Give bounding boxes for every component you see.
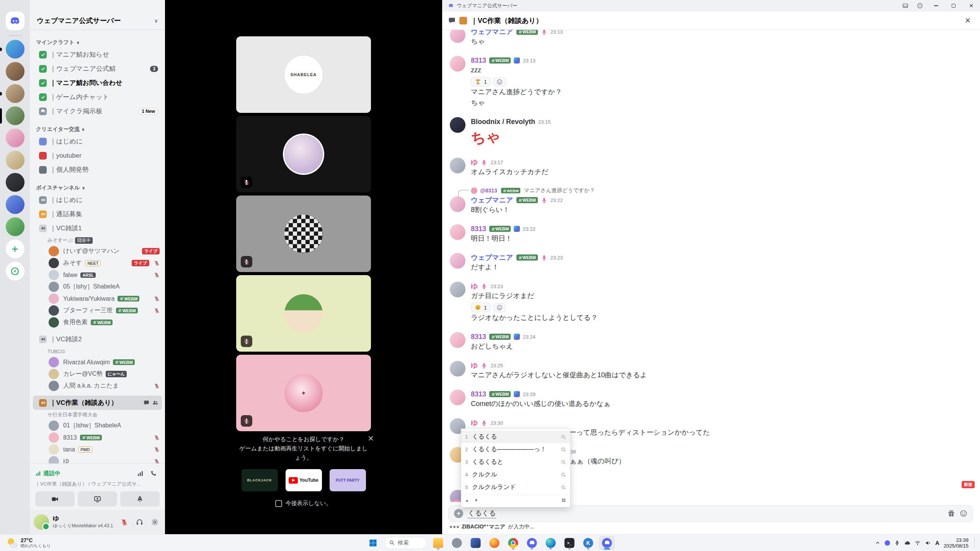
tray-volume-icon[interactable] xyxy=(925,540,931,546)
avatar[interactable] xyxy=(450,30,466,43)
explore-servers-button[interactable] xyxy=(0,262,30,280)
server-icon-5[interactable] xyxy=(0,129,30,147)
show-desktop-strip[interactable] xyxy=(974,538,975,548)
channel-official-server[interactable]: ｜ウェブマニア公式鯖 3 xyxy=(33,62,162,76)
server-icon-3[interactable] xyxy=(0,84,30,103)
avatar[interactable] xyxy=(450,117,466,133)
emoji-picker-icon[interactable] xyxy=(960,510,967,517)
avatar[interactable] xyxy=(450,390,466,405)
channel-ingame-chat[interactable]: ｜ゲーム内チャット xyxy=(33,90,162,104)
tray-network-icon[interactable] xyxy=(915,540,921,546)
voice-member[interactable]: tana PMD xyxy=(30,443,165,455)
channel-youtuber[interactable]: ｜youtuber xyxy=(33,148,162,163)
channel-creator-start[interactable]: ｜はじめに xyxy=(33,134,162,148)
reply-context[interactable]: @8313 ≋WEBM マニアさん進捗どうですか？ xyxy=(471,186,971,195)
server-icon-8[interactable] xyxy=(0,195,30,214)
username[interactable]: ウェブマニア xyxy=(471,30,513,36)
server-avatar[interactable] xyxy=(6,106,24,125)
taskbar-app-discord-focused[interactable] xyxy=(599,536,615,550)
window-maximize-button[interactable] xyxy=(945,0,962,11)
voice-channel-vc2[interactable]: ｜VC雑談2 xyxy=(33,332,162,346)
discord-home-button[interactable] xyxy=(0,11,30,30)
plus-icon[interactable] xyxy=(6,240,24,258)
discord-logo-icon[interactable] xyxy=(6,11,24,30)
avatar[interactable] xyxy=(450,282,466,297)
close-icon[interactable]: ✕ xyxy=(368,434,374,443)
input-composition-text[interactable]: くるくる xyxy=(468,509,496,518)
voice-member[interactable]: 01［lshw］ShabeleA xyxy=(30,420,165,432)
voice-channel-vc1[interactable]: ｜VC雑談1 xyxy=(33,221,162,235)
server-avatar[interactable] xyxy=(6,40,24,59)
compass-icon[interactable] xyxy=(6,262,24,280)
voice-member[interactable]: Yukiwara/Yukiwara ≋WEBM xyxy=(30,293,165,305)
voice-member[interactable]: カレー@VC勢 にゃ〜ん xyxy=(30,368,165,380)
server-avatar[interactable] xyxy=(6,195,24,214)
user-info[interactable]: ゆ ゆっくりMovieMaker v4.43.1.0をプ... xyxy=(53,515,114,529)
username[interactable]: ゆ xyxy=(471,361,478,370)
reaction-pill[interactable]: 1 xyxy=(471,77,491,86)
ime-candidate-3[interactable]: 3 くるくると xyxy=(461,456,570,468)
reply-username[interactable]: @8313 xyxy=(480,187,497,194)
voice-member[interactable]: 人間 a.k.a. カニたま xyxy=(30,380,165,392)
page-up-icon[interactable]: ▲ xyxy=(465,498,469,502)
participant-tile-1[interactable]: SHABELEA xyxy=(236,36,371,113)
taskbar-app-chrome[interactable] xyxy=(506,536,521,550)
checkbox[interactable] xyxy=(275,500,282,507)
taskbar-app-firefox[interactable] xyxy=(487,536,502,550)
category-minecraft[interactable]: マインクラフト∨ xyxy=(30,31,165,47)
deafen-button[interactable] xyxy=(133,515,146,528)
username[interactable]: ゆ xyxy=(471,418,478,427)
search-icon[interactable] xyxy=(561,485,566,490)
taskbar-app-kdenlive[interactable]: K xyxy=(581,536,596,550)
message-input[interactable]: + くるくる xyxy=(448,505,973,522)
members-icon[interactable] xyxy=(152,400,158,406)
dont-show-again-checkbox[interactable]: 今後表示しない。 xyxy=(222,500,385,507)
attach-plus-icon[interactable]: + xyxy=(454,509,463,518)
activity-card-blackjack[interactable]: BLACKJACK xyxy=(242,469,278,491)
voice-member[interactable]: falwe ARSL xyxy=(30,269,165,281)
server-icon-6[interactable] xyxy=(0,151,30,170)
help-icon[interactable] xyxy=(913,0,927,11)
voice-member[interactable]: 05［lshy］ShabeleA xyxy=(30,281,165,293)
server-header[interactable]: ウェブマニア公式サーバー ∨ xyxy=(30,0,165,30)
username[interactable]: 8313 xyxy=(471,57,486,65)
channel-inquiry[interactable]: ｜マニア鯖お問い合わせ xyxy=(33,76,162,90)
channel-minecraft-board[interactable]: ｜マイクラ掲示板 1 New xyxy=(33,104,162,118)
voice-channel-call-recruit[interactable]: ｜通話募集 xyxy=(33,207,162,221)
username[interactable]: ウェブマニア xyxy=(471,253,513,262)
tray-mic-icon[interactable] xyxy=(894,540,900,546)
page-down-icon[interactable]: ▼ xyxy=(474,498,478,502)
channel-indie-dev[interactable]: ｜個人開発勢 xyxy=(33,163,162,177)
server-icon-4-selected[interactable] xyxy=(0,106,30,125)
screen-share-button[interactable] xyxy=(78,491,117,507)
add-reaction-button[interactable] xyxy=(493,77,506,86)
voice-member[interactable]: けいず@サツマハン ライブ xyxy=(30,245,165,257)
username[interactable]: Bloodnix / Revolyth xyxy=(471,118,535,126)
gift-icon[interactable] xyxy=(947,510,955,517)
disconnect-call-icon[interactable] xyxy=(147,467,160,480)
server-avatar[interactable] xyxy=(6,151,24,170)
search-icon[interactable] xyxy=(561,434,566,440)
taskbar-search[interactable]: 検索 xyxy=(384,537,427,549)
server-avatar[interactable] xyxy=(6,62,24,81)
category-creator[interactable]: クリエイター交流∨ xyxy=(30,118,165,134)
search-icon[interactable] xyxy=(561,447,566,452)
ime-candidate-4[interactable]: 4 クルクル xyxy=(461,468,570,481)
search-icon[interactable] xyxy=(561,460,566,465)
user-avatar[interactable] xyxy=(34,514,49,530)
server-avatar[interactable] xyxy=(6,129,24,147)
avatar[interactable] xyxy=(450,253,466,269)
channel-mania-news[interactable]: ｜マニア鯖お知らせ xyxy=(33,47,162,62)
voice-channel-vcwork-selected[interactable]: ｜VC作業（雑談あり） xyxy=(33,396,162,410)
voice-member[interactable]: みそす NEET ライブ xyxy=(30,257,165,269)
username[interactable]: ゆ xyxy=(471,158,478,167)
server-icon-1[interactable] xyxy=(0,40,30,59)
voice-member[interactable]: Rivarzal Aluwqim ≋WEBM xyxy=(30,356,165,368)
window-minimize-button[interactable] xyxy=(927,0,945,11)
ime-candidate-5[interactable]: 5 クルクルランド xyxy=(461,481,570,494)
server-avatar[interactable] xyxy=(6,173,24,192)
taskbar-app-discord[interactable] xyxy=(524,536,540,550)
participant-tile-3[interactable] xyxy=(236,196,371,272)
activity-button[interactable] xyxy=(120,491,160,507)
activity-card-puttparty[interactable]: PUTT PARTY xyxy=(330,469,366,491)
